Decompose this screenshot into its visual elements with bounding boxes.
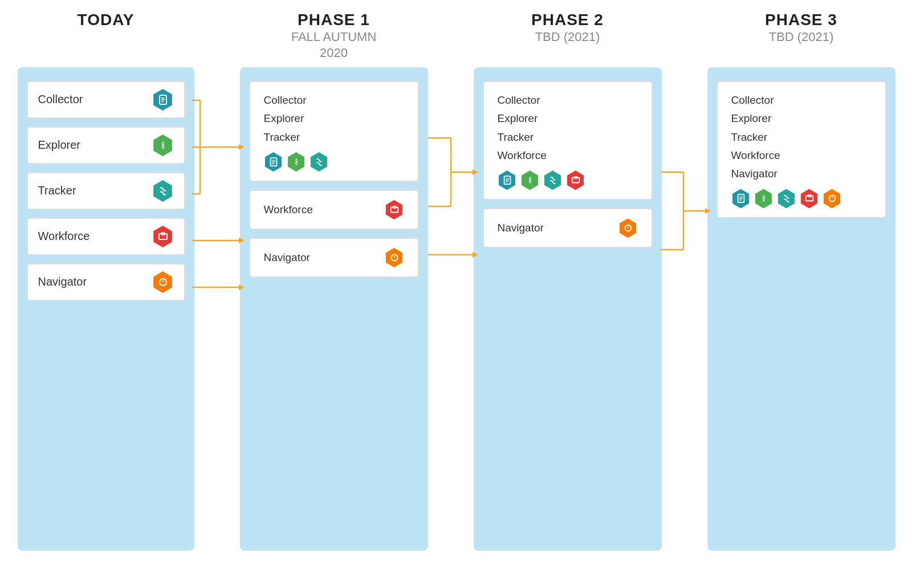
svg-point-4 (162, 144, 164, 146)
content-area: Collector Explorer Tracker (18, 67, 907, 551)
today-header: TODAY (18, 11, 194, 62)
phase1-header: PHASE 1 FALL AUTUMN 2020 (240, 11, 428, 62)
phase1-navigator-box: Navigator (249, 238, 419, 278)
phase2-cetw-list: CollectorExplorerTrackerWorkforce (498, 91, 638, 165)
today-navigator-box: Navigator (27, 263, 185, 301)
spacer3 (662, 11, 707, 62)
today-workforce-label: Workforce (38, 230, 90, 243)
svg-point-7 (160, 279, 166, 286)
svg-point-31 (763, 198, 765, 200)
phase1-column: CollectorExplorerTracker Wo (240, 67, 428, 551)
phase1-explorer-icon (287, 152, 306, 172)
phase1-cet-list: CollectorExplorerTracker (264, 91, 404, 146)
phase3-navigator-icon (823, 189, 842, 208)
svg-point-22 (529, 179, 531, 181)
phase3-column: CollectorExplorerTrackerWorkforceNavigat… (707, 67, 895, 551)
phase2-title: PHASE 2 (531, 11, 604, 29)
explorer-icon (152, 135, 174, 156)
phase3-tracker-icon (777, 189, 796, 208)
today-workforce-box: Workforce (27, 218, 185, 255)
header-row: TODAY PHASE 1 FALL AUTUMN 2020 PHASE 2 T… (18, 11, 907, 62)
phase2-navigator-box: Navigator (483, 208, 653, 248)
today-navigator-label: Navigator (38, 275, 87, 288)
phase2-cetw-icons (498, 170, 638, 190)
phase3-all-box: CollectorExplorerTrackerWorkforceNavigat… (717, 81, 886, 218)
today-tracker-box: Tracker (27, 172, 185, 210)
svg-point-13 (295, 161, 298, 163)
phase1-subtitle: FALL AUTUMN 2020 (291, 29, 377, 62)
svg-marker-17 (393, 255, 396, 258)
phase3-subtitle: TBD (2021) (769, 29, 834, 46)
today-collector-box: Collector (27, 81, 185, 119)
phase1-title: PHASE 1 (298, 11, 370, 29)
svg-point-34 (829, 196, 835, 202)
phase1-cet-icons (264, 152, 404, 172)
phase2-header: PHASE 2 TBD (2021) (474, 11, 662, 62)
phase2-navigator-icon (618, 218, 638, 238)
phase2-explorer-icon (520, 170, 540, 190)
phase1-cet-box: CollectorExplorerTracker (249, 81, 419, 182)
phase1-tracker-icon (310, 152, 329, 172)
phase3-header: PHASE 3 TBD (2021) (707, 11, 895, 62)
today-title: TODAY (78, 11, 135, 29)
navigator-icon (152, 271, 174, 293)
phase3-all-icons (731, 189, 872, 208)
workforce-icon (152, 226, 174, 247)
phase3-collector-icon (731, 189, 751, 208)
today-explorer-label: Explorer (38, 139, 80, 152)
svg-marker-8 (162, 280, 164, 282)
phase2-navigator-list: Navigator (498, 219, 544, 237)
phase1-workforce-list: Workforce (264, 201, 313, 219)
phase2-cetw-box: CollectorExplorerTrackerWorkforce (483, 81, 653, 200)
svg-marker-35 (831, 197, 833, 199)
phase3-explorer-icon (754, 189, 774, 208)
today-column: Collector Explorer Tracker (18, 67, 194, 551)
today-explorer-box: Explorer (27, 127, 185, 164)
phase2-column: CollectorExplorerTrackerWorkforce (474, 67, 662, 551)
today-tracker-label: Tracker (38, 184, 76, 197)
svg-point-25 (625, 225, 631, 231)
phase3-workforce-icon (800, 189, 819, 208)
collector-icon (152, 89, 174, 111)
svg-point-16 (391, 254, 397, 260)
today-collector-label: Collector (38, 93, 83, 106)
spacer1 (194, 11, 240, 62)
phase2-subtitle: TBD (2021) (535, 29, 600, 46)
spacer2 (428, 11, 474, 62)
phase2-collector-icon (498, 170, 517, 190)
phase1-navigator-icon (385, 248, 404, 267)
phase1-navigator-list: Navigator (264, 249, 310, 267)
phase1-collector-icon (264, 152, 283, 172)
svg-marker-26 (627, 226, 629, 229)
tracker-icon (152, 180, 174, 202)
phase2-workforce-icon (566, 170, 585, 190)
phase2-tracker-icon (543, 170, 563, 190)
phase1-workforce-icon (385, 200, 404, 219)
main-container: TODAY PHASE 1 FALL AUTUMN 2020 PHASE 2 T… (0, 0, 924, 562)
phase3-title: PHASE 3 (765, 11, 837, 29)
phase3-all-list: CollectorExplorerTrackerWorkforceNavigat… (731, 91, 872, 183)
phase1-workforce-box: Workforce (249, 190, 419, 230)
